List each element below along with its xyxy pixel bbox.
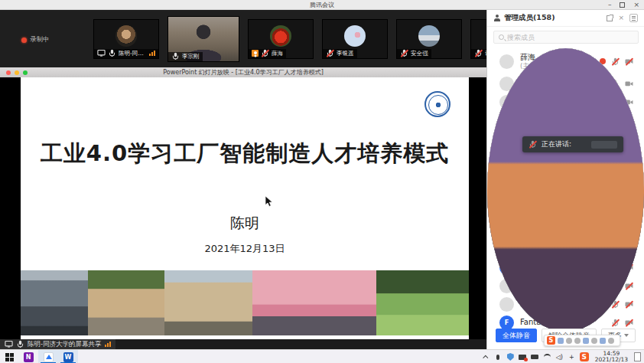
speaker-name-blurred <box>591 141 617 149</box>
thumbnail-participant-name: 李宗刚 <box>182 53 200 60</box>
mac-zoom-button[interactable] <box>23 70 28 75</box>
avatar-photo <box>499 297 514 312</box>
panel-menu-icon[interactable] <box>629 14 638 22</box>
thumbnail-participant-name: 陈明-同济大学的... <box>119 50 147 57</box>
university-logo-icon <box>424 91 450 117</box>
mouse-cursor <box>265 196 274 207</box>
mic-icon <box>474 49 483 57</box>
keyboard-icon[interactable] <box>591 338 597 344</box>
members-icon <box>493 15 500 21</box>
participant-avatar <box>344 25 366 47</box>
mac-minimize-button[interactable] <box>15 70 19 75</box>
tray-input-icon[interactable]: + <box>568 353 576 361</box>
speaking-tooltip-label: 正在讲话: <box>542 139 571 149</box>
voice-input-icon[interactable] <box>583 338 589 344</box>
participant-avatar <box>418 25 440 47</box>
screen-share-icon <box>97 49 106 57</box>
campus-photo-gate-stone <box>88 270 164 335</box>
tray-wifi-icon[interactable] <box>543 353 551 361</box>
mute-all-button[interactable]: 全体静音 <box>496 329 537 342</box>
video-thumbnail[interactable]: 李宗刚 <box>168 16 239 62</box>
video-thumbnail[interactable]: 李银遥 <box>322 19 388 59</box>
campus-photo-building-beige <box>164 270 252 335</box>
participant-avatar <box>270 25 291 47</box>
powerpoint-titlebar: PowerPoint 幻灯片放映 - [工业4.0学习工厂人才培养模式] <box>0 67 486 77</box>
recording-indicator: 录制中 <box>21 35 50 44</box>
member-search-box[interactable] <box>493 31 639 44</box>
thumbnail-name-bar: 安全强 <box>397 49 431 58</box>
tray-shield-icon[interactable] <box>506 353 515 361</box>
participant-avatar <box>499 297 514 312</box>
speaking-tooltip: 正在讲话: <box>522 136 623 152</box>
taskbar-app-onenote[interactable]: N <box>18 350 38 363</box>
sogou-input-toolbar: S <box>544 335 620 346</box>
camera-icon[interactable] <box>625 80 633 88</box>
show-desktop-button[interactable] <box>634 352 641 361</box>
member-management-panel: 管理成员(158) × 薛海 (主持人, 我) <box>486 10 644 349</box>
thumbnail-name-bar: 薛海 <box>249 49 286 58</box>
camera-icon[interactable] <box>625 57 633 66</box>
chinese-mode-icon[interactable] <box>558 338 564 344</box>
network-signal-icon <box>149 51 155 56</box>
punctuation-icon[interactable] <box>566 338 572 344</box>
taskbar-clock[interactable]: 14:59 2021/12/13 <box>593 351 630 363</box>
share-bar-label: 陈明-同济大学的屏幕共享 <box>28 340 102 349</box>
emoji-icon[interactable] <box>574 338 581 344</box>
thumbnails: 陈明-同济大学的... 李宗刚 <box>93 10 536 67</box>
thumbnail-participant-name: 李银遥 <box>337 50 354 57</box>
close-button[interactable]: × <box>633 0 639 10</box>
toolbox-icon[interactable] <box>608 338 614 344</box>
chevron-down-icon <box>624 334 629 337</box>
tray-mic-icon[interactable] <box>494 353 503 361</box>
skin-icon[interactable] <box>600 338 606 344</box>
tray-camera-icon[interactable] <box>519 353 527 361</box>
camera-icon[interactable] <box>625 282 633 290</box>
search-input[interactable] <box>507 34 633 41</box>
maximize-button[interactable] <box>620 2 625 8</box>
tray-battery-icon[interactable] <box>531 353 539 361</box>
sogou-logo-icon[interactable]: S <box>547 336 555 345</box>
window-title: 腾讯会议 <box>310 1 334 9</box>
mic-icon[interactable] <box>611 57 620 66</box>
network-signal-icon <box>105 342 111 347</box>
video-thumbnail[interactable]: 薛海 <box>248 19 314 59</box>
tray-sogou-icon[interactable]: S <box>580 352 589 361</box>
slide-title: 工业4.0学习工厂智能制造人才培养模式 <box>21 139 469 169</box>
tray-volume-icon[interactable]: ◁) <box>555 353 564 361</box>
camera-icon[interactable] <box>625 300 633 309</box>
campus-photo-cherry-blossoms <box>252 270 376 335</box>
tencent-meeting-window: 腾讯会议 – × 录制中 陈明-同济大学的... <box>0 0 644 363</box>
campus-photo-building-dark <box>21 270 88 335</box>
video-thumbnail[interactable]: 陈明-同济大学的... <box>93 19 159 59</box>
powerpoint-window-title: PowerPoint 幻灯片放映 - [工业4.0学习工厂人才培养模式] <box>163 68 324 77</box>
start-button[interactable] <box>0 350 18 363</box>
thumbnail-name-bar: 陈明-同济大学的... <box>94 49 158 58</box>
close-panel-icon[interactable]: × <box>618 15 624 21</box>
campus-photo-lawn <box>376 270 469 335</box>
system-tray: ◁) + S 14:59 2021/12/13 <box>482 350 641 363</box>
taskbar-app-tencent-meeting[interactable] <box>38 350 58 363</box>
onenote-icon: N <box>24 352 34 362</box>
campus-photo-strip <box>21 270 469 335</box>
recording-label: 录制中 <box>30 35 50 44</box>
windows-taskbar: N W ◁) + S 14:59 2021/12/13 <box>0 349 644 363</box>
mic-icon <box>326 49 334 57</box>
panel-header: 管理成员(158) × <box>487 10 644 27</box>
slide-presenter: 陈明 <box>21 214 469 234</box>
mic-icon <box>16 340 24 348</box>
participant-list: 薛海 (主持人, 我) 陈明-同济大学 <box>487 48 644 332</box>
word-icon: W <box>63 352 73 362</box>
window-titlebar: 腾讯会议 – × <box>0 0 644 10</box>
thumbnail-participant-name: 薛海 <box>272 50 283 57</box>
clock-date: 2021/12/13 <box>595 357 628 363</box>
minimize-button[interactable]: – <box>608 0 612 10</box>
hand-raise-icon <box>252 50 259 57</box>
popout-panel-icon[interactable] <box>607 15 613 21</box>
screen-share-icon <box>5 340 13 348</box>
mac-close-button[interactable] <box>6 70 11 75</box>
video-thumbnail[interactable]: 安全强 <box>396 19 462 59</box>
taskbar-app-word[interactable]: W <box>58 350 78 363</box>
screen-share-bar: 陈明-同济大学的屏幕共享 <box>0 339 115 349</box>
mic-icon <box>171 52 180 60</box>
tray-expand-icon[interactable] <box>482 353 490 361</box>
